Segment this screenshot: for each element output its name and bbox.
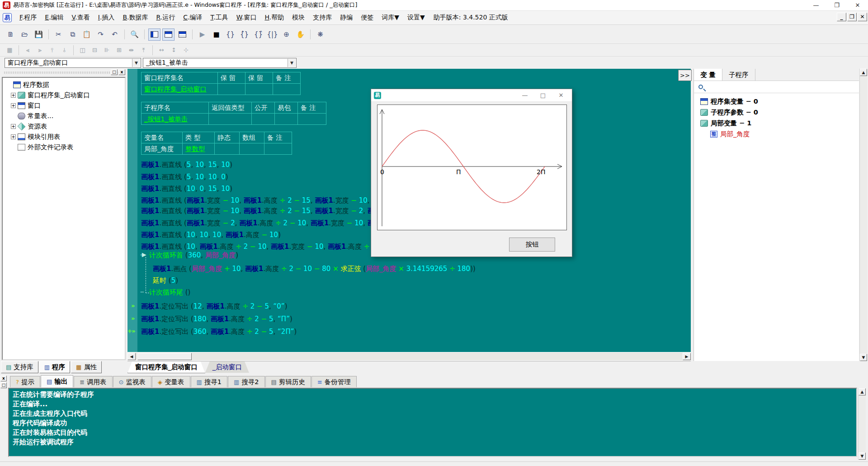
runtime-button[interactable]: 按钮 [509, 238, 555, 252]
tab-search2[interactable]: ▥搜寻2 [228, 376, 265, 387]
step-out-icon[interactable]: {}̂ [252, 29, 264, 41]
tab-variable-table[interactable]: ◈变量表 [152, 376, 190, 387]
menu-compile[interactable]: C.编译 [179, 12, 206, 24]
align-right-icon[interactable]: ⫸ [35, 45, 45, 55]
menu-tools[interactable]: T.工具 [206, 12, 232, 24]
minimize-button[interactable]: — [806, 0, 826, 11]
runtime-maximize-button[interactable]: □ [534, 89, 552, 102]
run-icon[interactable]: ▶ [196, 29, 208, 41]
right-panel-scrollbar[interactable]: ▲ ▼ [859, 69, 867, 361]
subroutine-combobox[interactable]: _按钮1_被单击 ▼ [143, 58, 297, 68]
tab-properties[interactable]: ▦属性 [71, 361, 102, 373]
stop-icon[interactable]: ■ [210, 29, 222, 41]
tab-support-lib[interactable]: ▤支持库 [1, 361, 38, 373]
tab-output[interactable]: ▤输出 [41, 375, 73, 387]
save-icon[interactable]: 💾 [33, 29, 45, 41]
tab-startup-window[interactable]: _启动窗口 [205, 361, 249, 373]
ant-tool-icon[interactable]: ❋ [314, 29, 326, 41]
output-scrollbar[interactable]: ▲ ▼ [858, 388, 866, 460]
tree-local-var-angle[interactable]: 整 局部_角度 [694, 128, 859, 139]
subroutine-combobox-dropdown-icon[interactable]: ▼ [288, 59, 296, 67]
tab-search1[interactable]: ▥搜寻1 [191, 376, 228, 387]
runtime-window[interactable]: 易 — □ ✕ 0 Π 2Π 按钮 [371, 89, 572, 257]
menu-program[interactable]: F.程序 [15, 12, 41, 24]
tree-extfile-table[interactable]: 外部文件记录表 [4, 142, 124, 152]
tree-expand-icon[interactable]: + [11, 103, 16, 108]
menu-window[interactable]: W.窗口 [232, 12, 261, 24]
tab-clip-history[interactable]: ▤剪辑历史 [265, 376, 311, 387]
paste-icon[interactable]: 📋 [80, 29, 93, 41]
align-left-icon[interactable]: ⫷ [23, 45, 33, 55]
tree-window-assembly[interactable]: +窗口程序集_启动窗口 [4, 90, 124, 100]
menu-database[interactable]: B.数据库 [118, 12, 152, 24]
menu-static-compile[interactable]: 静编 [336, 12, 357, 24]
new-file-icon[interactable]: 🗎 [5, 29, 17, 41]
tree-window[interactable]: +窗口 [4, 100, 124, 111]
tab-subroutines[interactable]: 子程序 [722, 69, 755, 81]
tree-expand-icon[interactable]: + [11, 124, 16, 129]
runtime-title-bar[interactable]: 易 — □ ✕ [371, 89, 572, 102]
scroll-left-icon[interactable]: ◀ [127, 353, 136, 360]
menu-view[interactable]: V.查看 [68, 12, 94, 24]
menu-edit[interactable]: E.编辑 [41, 12, 67, 24]
cut-icon[interactable]: ✂ [52, 29, 65, 41]
layout-top-icon[interactable] [162, 29, 175, 41]
space-h-icon[interactable]: ⊪ [102, 45, 112, 55]
form-grid-icon[interactable]: ▦ [5, 45, 15, 55]
align-bottom-icon[interactable]: ⫰ [59, 45, 70, 55]
tree-expand-icon[interactable]: + [11, 93, 16, 98]
breakpoint-icon[interactable]: ⊕ [280, 29, 292, 41]
tab-watch-table[interactable]: ⊙监视表 [113, 376, 151, 387]
undo-icon[interactable]: ↶ [108, 29, 121, 41]
step-into-icon[interactable]: {} [224, 29, 236, 41]
tree-module-table[interactable]: +模块引用表 [4, 132, 124, 142]
mdi-restore-button[interactable]: ❐ [847, 13, 857, 21]
runtime-minimize-button[interactable]: — [516, 89, 534, 102]
tab-window-assembly[interactable]: 窗口程序集_启动窗口 [127, 361, 205, 373]
tab-variables[interactable]: 变 量 [694, 69, 722, 81]
layout-split-icon[interactable] [176, 29, 189, 41]
menu-help[interactable]: H.帮助 [260, 12, 288, 24]
scroll-right-icon[interactable]: ▶ [683, 353, 691, 360]
menu-module[interactable]: 模块 [288, 12, 309, 24]
output-close-button[interactable]: x [0, 376, 7, 381]
tab-hint[interactable]: ?提示 [10, 376, 40, 387]
size-height-icon[interactable]: ↕ [169, 45, 179, 55]
maximize-button[interactable]: ❐ [826, 0, 847, 11]
menu-lexicon[interactable]: 词库▼ [377, 12, 403, 24]
size-width-icon[interactable]: ↔ [156, 45, 167, 55]
center-h-icon[interactable]: ◫ [77, 45, 88, 55]
assembly-combobox-dropdown-icon[interactable]: ▼ [132, 59, 140, 67]
tree-expand-icon[interactable]: + [11, 134, 16, 139]
tab-program[interactable]: ▥程序 [39, 361, 70, 373]
tree-subroutine-params[interactable]: 子程序参数 − 0 [694, 107, 859, 118]
find-icon[interactable]: 🔍 [128, 29, 141, 41]
tree-resource-table[interactable]: +资源表 [4, 121, 124, 132]
step-over-icon[interactable]: {̂} [238, 29, 250, 41]
panel-close-button[interactable]: x [118, 69, 125, 75]
assembly-combobox[interactable]: 窗口程序集_启动窗口 ▼ [5, 58, 141, 68]
output-float-button[interactable]: □ [0, 382, 7, 388]
space-v-icon[interactable]: ⊞ [114, 45, 124, 55]
mdi-minimize-button[interactable]: _ [837, 13, 846, 21]
run-to-cursor-icon[interactable]: {|} [266, 29, 278, 41]
align-top-icon[interactable]: ⫯ [47, 45, 57, 55]
tree-program-data[interactable]: 程序数据 [4, 80, 124, 90]
scroll-down-icon[interactable]: ▼ [859, 452, 866, 460]
same-height-icon[interactable]: ⤒ [138, 45, 149, 55]
close-button[interactable]: ✕ [847, 0, 868, 11]
mdi-close-button[interactable]: ✕ [858, 13, 867, 21]
scroll-down-icon[interactable]: ▼ [860, 354, 867, 361]
redo-icon[interactable]: ↷ [94, 29, 107, 41]
copy-icon[interactable]: ⧉ [66, 29, 79, 41]
menu-notes[interactable]: 便签 [357, 12, 377, 24]
runtime-close-button[interactable]: ✕ [552, 89, 570, 102]
tab-call-table[interactable]: ≣调用表 [74, 376, 112, 387]
tab-backup[interactable]: ≡备份管理 [311, 376, 357, 387]
menu-run[interactable]: R.运行 [152, 12, 179, 24]
hscroll-thumb[interactable] [137, 353, 192, 360]
tree-local-variables[interactable]: 局部变量 − 1 [694, 118, 859, 128]
same-width-icon[interactable]: ⇹ [126, 45, 137, 55]
scroll-up-icon[interactable]: ▲ [860, 69, 867, 76]
menu-settings[interactable]: 设置▼ [403, 12, 429, 24]
